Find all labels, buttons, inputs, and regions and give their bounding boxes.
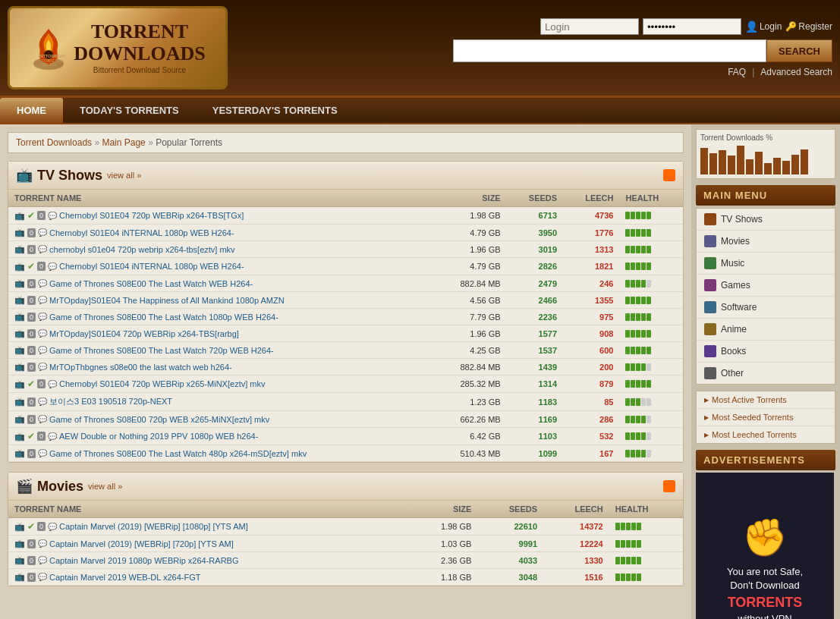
row-tv-icon: 📺	[14, 397, 25, 407]
logo-area: BITTORRENT DOWNLOAD SOURCE TORRENTDOWNLO…	[8, 6, 228, 90]
torrent-name-link[interactable]: Game of Thrones S08E00 The Last Watch WE…	[49, 279, 253, 288]
torrent-name-link[interactable]: Chernobyl S01E04 720p WEBRip x265-MiNX[e…	[59, 379, 265, 388]
nav-home[interactable]: HOME	[0, 98, 63, 123]
music-cat-icon	[704, 257, 716, 269]
torrent-name-link[interactable]: Game of Thrones S08E00 The Last Watch 10…	[49, 313, 278, 322]
verified-icon: ✔	[27, 261, 35, 272]
logo-title: TORRENTDOWNLOADS	[74, 21, 205, 64]
login-input[interactable]	[540, 18, 639, 35]
advanced-search-link[interactable]: Advanced Search	[760, 67, 832, 77]
breadcrumb-home[interactable]: Torrent Downloads	[16, 137, 92, 148]
td-health	[609, 569, 683, 586]
movies-rss-icon[interactable]	[663, 480, 675, 492]
td-seeds: 1099	[507, 445, 563, 462]
comment-icon: 💬	[48, 523, 57, 531]
most-active-label: Most Active Torrents	[712, 395, 787, 404]
comment-icon: 💬	[38, 573, 47, 581]
stat-chart: Torrent Downloads %	[696, 129, 835, 179]
row-tv-icon: 📺	[14, 539, 25, 548]
torrent-name-link[interactable]: Game of Thrones S08E00 720p WEB x265-MiN…	[49, 415, 269, 424]
row-tv-icon: 📺	[14, 278, 25, 288]
login-button[interactable]: 👤 Login	[745, 20, 782, 33]
torrent-name-link[interactable]: 보이스3 E03 190518 720p-NEXT	[49, 396, 172, 407]
comment-badge: 0	[27, 296, 36, 305]
row-tv-icon: 📺	[14, 522, 25, 532]
books-label: Books	[721, 346, 746, 357]
torrent-name-link[interactable]: AEW Double or Nothing 2019 PPV 1080p WEB…	[59, 432, 258, 441]
torrent-name-link[interactable]: Captain Marvel 2019 1080p WEBRip x264-RA…	[49, 556, 238, 565]
td-size: 1.03 GB	[408, 536, 478, 552]
register-button[interactable]: 🔑 Register	[785, 21, 832, 32]
search-button[interactable]: SEARCH	[766, 39, 832, 62]
torrent-name-link[interactable]: MrTOpday]S01E04 720p WEBRip x264-TBS[rar…	[49, 329, 239, 338]
main-menu-title: MAIN MENU	[696, 185, 835, 206]
torrent-name-link[interactable]: Captain Marvel (2019) [WEBRip] [720p] [Y…	[49, 539, 234, 548]
bar-4	[728, 156, 735, 174]
torrent-name-link[interactable]: Captain Marvel (2019) [WEBRip] [1080p] […	[59, 522, 248, 531]
td-leech: 908	[563, 325, 619, 342]
sidebar-item-anime[interactable]: Anime	[697, 319, 835, 341]
td-leech: 1821	[563, 258, 619, 275]
sidebar-item-music[interactable]: Music	[697, 253, 835, 275]
torrent-name-link[interactable]: Game of Thrones S08E00 The Last Watch 48…	[49, 449, 307, 458]
software-label: Software	[721, 302, 757, 313]
torrent-name-link[interactable]: MrTOpThbgnes s08e00 the last watch web h…	[49, 363, 232, 372]
most-seeded-link[interactable]: ▶ Most Seeded Torrents	[697, 409, 835, 426]
ads-banner[interactable]: ✊ You are not Safe,Don't DownloadTORRENT…	[696, 473, 834, 619]
sidebar-item-books[interactable]: Books	[697, 341, 835, 363]
comment-icon: 💬	[38, 539, 47, 548]
nav-today[interactable]: TODAY'S TORRENTS	[63, 98, 196, 123]
td-size: 4.56 GB	[433, 292, 507, 309]
bar-6	[746, 159, 753, 174]
td-size: 4.25 GB	[433, 342, 507, 359]
td-seeds: 1169	[507, 411, 563, 428]
comment-icon: 💬	[38, 245, 47, 253]
nav-yesterday[interactable]: YESTERDAY'S TORRENTS	[196, 98, 354, 123]
faq-bar: FAQ | Advanced Search	[728, 67, 832, 77]
breadcrumb-sep1: »	[94, 137, 102, 148]
sidebar-item-software[interactable]: Software	[697, 297, 835, 319]
tv-rss-icon[interactable]	[663, 169, 675, 181]
td-health	[609, 518, 683, 536]
svg-text:SOURCE: SOURCE	[42, 63, 57, 67]
movies-view-all[interactable]: view all »	[88, 482, 122, 491]
most-active-link[interactable]: ▶ Most Active Torrents	[697, 391, 835, 409]
td-size: 662.26 MB	[433, 411, 507, 428]
torrent-name-link[interactable]: chernobyl s01e04 720p webrip x264-tbs[ez…	[49, 245, 235, 254]
sidebar-item-other[interactable]: Other	[697, 363, 835, 384]
row-tv-icon: 📺	[14, 262, 25, 272]
torrent-name-link[interactable]: Game of Thrones S08E00 The Last Watch 72…	[49, 346, 274, 355]
torrent-name-link[interactable]: Captain Marvel 2019 WEB-DL x264-FGT	[49, 573, 201, 582]
most-seeded-label: Most Seeded Torrents	[712, 413, 793, 422]
table-row: 📺 0 💬 Captain Marvel 2019 WEB-DL x264-FG…	[8, 569, 683, 586]
td-name: 📺 ✔ 0 💬 AEW Double or Nothing 2019 PPV 1…	[8, 428, 433, 445]
sidebar-item-movies[interactable]: Movies	[697, 231, 835, 253]
most-leeched-link[interactable]: ▶ Most Leeched Torrents	[697, 426, 835, 443]
td-leech: 1330	[543, 552, 609, 569]
comment-badge: 0	[27, 245, 36, 254]
td-health	[619, 275, 683, 292]
breadcrumb-main[interactable]: Main Page	[102, 137, 145, 148]
td-health	[619, 359, 683, 375]
torrent-name-link[interactable]: Chernobyl S01E04 iNTERNAL 1080p WEB H264…	[59, 262, 244, 271]
row-tv-icon: 📺	[14, 414, 25, 424]
verified-icon: ✔	[27, 379, 35, 389]
torrent-name-link[interactable]: Chernobyl S01E04 720p WEBRip x264-TBS[TG…	[59, 211, 244, 220]
bar-1	[700, 148, 708, 174]
tv-view-all[interactable]: view all »	[107, 171, 141, 180]
td-name: 📺 0 💬 Captain Marvel 2019 1080p WEBRip x…	[8, 552, 408, 569]
torrent-name-link[interactable]: Chernobyl S01E04 iNTERNAL 1080p WEB H264…	[49, 228, 234, 237]
td-seeds: 1439	[507, 359, 563, 375]
bar-12	[801, 149, 808, 174]
search-input[interactable]	[453, 39, 766, 62]
books-cat-icon	[704, 345, 716, 357]
row-tv-icon: 📺	[14, 244, 25, 254]
sidebar-item-tvshows[interactable]: TV Shows	[697, 209, 835, 231]
ads-hand-icon: ✊	[727, 517, 803, 559]
tv-icon: 📺	[16, 167, 33, 184]
table-row: 📺 ✔ 0 💬 Chernobyl S01E04 iNTERNAL 1080p …	[8, 258, 683, 275]
sidebar-item-games[interactable]: Games	[697, 275, 835, 297]
password-input[interactable]	[643, 18, 741, 35]
faq-link[interactable]: FAQ	[728, 67, 746, 77]
torrent-name-link[interactable]: MrTOpday]S01E04 The Happiness of All Man…	[49, 296, 285, 305]
